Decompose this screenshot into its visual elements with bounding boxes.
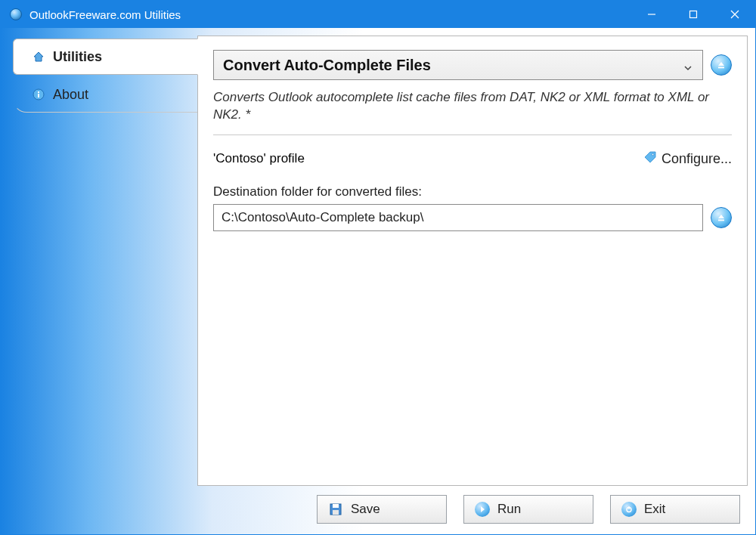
svg-rect-12 (333, 510, 339, 515)
panel-header: Convert Auto-Complete Files (213, 50, 732, 80)
tag-icon (643, 150, 657, 168)
profile-row: 'Contoso' profile Configure... (213, 150, 732, 168)
eject-button-top[interactable] (711, 54, 732, 76)
window-title: OutlookFreeware.com Utilities (29, 8, 631, 21)
svg-rect-7 (718, 67, 724, 69)
configure-link[interactable]: Configure... (643, 150, 732, 168)
main-panel: Convert Auto-Complete Files Converts Out… (197, 36, 748, 486)
destination-input[interactable] (213, 204, 703, 231)
utility-description: Converts Outlook autocomplete list cache… (213, 89, 732, 135)
play-icon (475, 502, 490, 517)
svg-rect-1 (689, 11, 696, 18)
save-label: Save (351, 502, 380, 517)
run-label: Run (497, 502, 521, 517)
browse-button[interactable] (711, 207, 732, 228)
configure-label: Configure... (662, 151, 732, 167)
info-icon (32, 88, 45, 101)
app-window: OutlookFreeware.com Utilities Utilities (0, 0, 756, 535)
tab-utilities[interactable]: Utilities (13, 39, 198, 75)
run-button[interactable]: Run (463, 495, 593, 524)
profile-text: 'Contoso' profile (213, 151, 305, 166)
tab-label: Utilities (53, 49, 102, 65)
svg-rect-6 (38, 91, 39, 93)
chevron-down-icon (683, 60, 693, 70)
eject-icon (717, 60, 726, 70)
home-icon (32, 50, 45, 63)
sidebar: Utilities About Outlook Freeware .com (8, 36, 197, 486)
destination-label: Destination folder for converted files: (213, 184, 732, 199)
utility-selector-label: Convert Auto-Complete Files (223, 57, 431, 74)
svg-rect-11 (333, 504, 339, 508)
minimize-button[interactable] (631, 1, 672, 28)
eject-icon (717, 213, 726, 222)
destination-row (213, 204, 732, 231)
exit-button[interactable]: Exit (610, 495, 740, 524)
brand-watermark: Outlook Freeware .com (0, 218, 4, 516)
tab-about[interactable]: About (13, 76, 198, 113)
exit-label: Exit (644, 502, 665, 517)
svg-rect-5 (38, 94, 39, 97)
titlebar[interactable]: OutlookFreeware.com Utilities (1, 1, 755, 28)
window-body: Utilities About Outlook Freeware .com Co… (1, 28, 755, 534)
maximize-button[interactable] (672, 1, 714, 28)
svg-rect-14 (628, 506, 629, 509)
utility-selector[interactable]: Convert Auto-Complete Files (213, 50, 703, 80)
content-row: Utilities About Outlook Freeware .com Co… (8, 36, 748, 486)
button-bar: Save Run Exit (8, 486, 748, 527)
app-icon (10, 8, 22, 20)
power-icon (621, 502, 637, 517)
save-icon (328, 502, 343, 517)
close-button[interactable] (714, 1, 755, 28)
svg-rect-9 (718, 219, 724, 221)
tab-label: About (53, 87, 88, 103)
save-button[interactable]: Save (317, 495, 447, 524)
svg-point-8 (652, 153, 654, 156)
